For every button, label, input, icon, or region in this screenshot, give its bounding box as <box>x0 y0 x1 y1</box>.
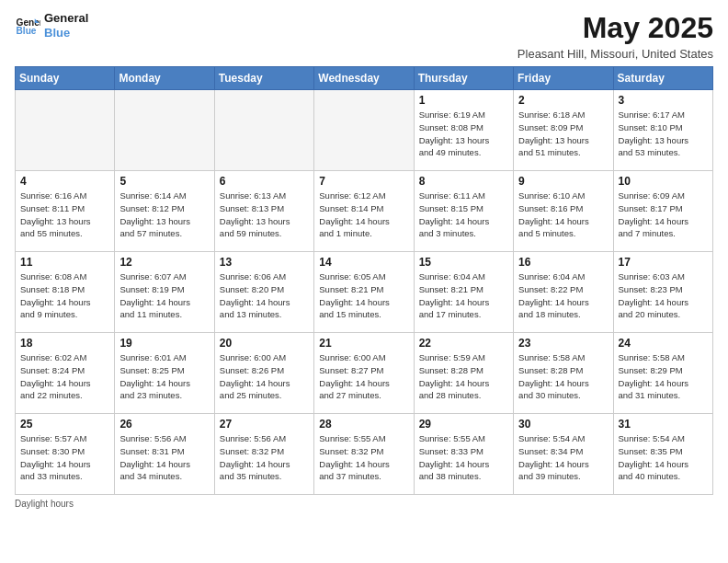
day-info: Sunrise: 6:16 AM Sunset: 8:11 PM Dayligh… <box>20 190 109 240</box>
svg-text:Blue: Blue <box>17 26 37 36</box>
day-number: 19 <box>119 337 209 350</box>
day-number: 4 <box>20 175 109 188</box>
title-block: May 2025 Pleasant Hill, Missouri, United… <box>518 11 713 61</box>
day-info: Sunrise: 6:01 AM Sunset: 8:25 PM Dayligh… <box>119 351 209 402</box>
calendar-cell: 18Sunrise: 6:02 AM Sunset: 8:24 PM Dayli… <box>16 333 115 414</box>
day-info: Sunrise: 6:04 AM Sunset: 8:22 PM Dayligh… <box>518 270 608 321</box>
day-number: 3 <box>619 94 708 107</box>
calendar-cell: 26Sunrise: 5:56 AM Sunset: 8:31 PM Dayli… <box>115 414 214 495</box>
day-number: 25 <box>20 418 109 431</box>
day-info: Sunrise: 5:57 AM Sunset: 8:30 PM Dayligh… <box>20 432 109 483</box>
calendar-cell: 29Sunrise: 5:55 AM Sunset: 8:33 PM Dayli… <box>414 414 513 495</box>
day-number: 10 <box>619 175 708 188</box>
calendar-cell: 25Sunrise: 5:57 AM Sunset: 8:30 PM Dayli… <box>16 414 115 495</box>
day-info: Sunrise: 6:11 AM Sunset: 8:15 PM Dayligh… <box>419 190 508 240</box>
col-wednesday: Wednesday <box>314 67 414 90</box>
calendar-cell: 1Sunrise: 6:19 AM Sunset: 8:08 PM Daylig… <box>414 90 513 171</box>
calendar-week-3: 11Sunrise: 6:08 AM Sunset: 8:18 PM Dayli… <box>16 252 713 333</box>
calendar-cell: 22Sunrise: 5:59 AM Sunset: 8:28 PM Dayli… <box>414 333 513 414</box>
calendar-header: Sunday Monday Tuesday Wednesday Thursday… <box>16 67 713 90</box>
day-info: Sunrise: 6:10 AM Sunset: 8:16 PM Dayligh… <box>518 190 608 240</box>
day-info: Sunrise: 6:06 AM Sunset: 8:20 PM Dayligh… <box>220 270 309 321</box>
calendar-cell <box>115 90 214 171</box>
day-number: 6 <box>220 175 309 188</box>
calendar-cell <box>16 90 115 171</box>
calendar-cell: 3Sunrise: 6:17 AM Sunset: 8:10 PM Daylig… <box>613 90 712 171</box>
day-info: Sunrise: 6:04 AM Sunset: 8:21 PM Dayligh… <box>419 270 508 321</box>
calendar-week-5: 25Sunrise: 5:57 AM Sunset: 8:30 PM Dayli… <box>16 414 713 495</box>
calendar-cell: 20Sunrise: 6:00 AM Sunset: 8:26 PM Dayli… <box>214 333 313 414</box>
day-info: Sunrise: 5:54 AM Sunset: 8:34 PM Dayligh… <box>518 432 608 483</box>
day-header-row: Sunday Monday Tuesday Wednesday Thursday… <box>16 67 713 90</box>
day-info: Sunrise: 6:12 AM Sunset: 8:14 PM Dayligh… <box>319 190 408 240</box>
day-number: 1 <box>419 94 508 107</box>
day-number: 30 <box>518 418 608 431</box>
calendar-cell <box>314 90 414 171</box>
calendar-cell: 13Sunrise: 6:06 AM Sunset: 8:20 PM Dayli… <box>214 252 313 333</box>
day-info: Sunrise: 6:00 AM Sunset: 8:26 PM Dayligh… <box>220 351 309 402</box>
day-number: 5 <box>119 175 209 188</box>
day-number: 26 <box>119 418 209 431</box>
calendar-cell: 24Sunrise: 5:58 AM Sunset: 8:29 PM Dayli… <box>613 333 712 414</box>
day-info: Sunrise: 5:56 AM Sunset: 8:32 PM Dayligh… <box>220 432 309 483</box>
day-info: Sunrise: 6:08 AM Sunset: 8:18 PM Dayligh… <box>20 270 109 321</box>
col-monday: Monday <box>115 67 214 90</box>
day-number: 2 <box>518 94 608 107</box>
day-number: 15 <box>419 256 508 269</box>
calendar-cell <box>214 90 313 171</box>
day-info: Sunrise: 6:14 AM Sunset: 8:12 PM Dayligh… <box>119 190 209 240</box>
day-info: Sunrise: 6:13 AM Sunset: 8:13 PM Dayligh… <box>220 190 309 240</box>
calendar-cell: 2Sunrise: 6:18 AM Sunset: 8:09 PM Daylig… <box>514 90 613 171</box>
day-info: Sunrise: 6:00 AM Sunset: 8:27 PM Dayligh… <box>319 351 408 402</box>
calendar-cell: 11Sunrise: 6:08 AM Sunset: 8:18 PM Dayli… <box>16 252 115 333</box>
day-number: 17 <box>619 256 708 269</box>
day-number: 12 <box>119 256 209 269</box>
calendar-cell: 14Sunrise: 6:05 AM Sunset: 8:21 PM Dayli… <box>314 252 414 333</box>
day-info: Sunrise: 5:58 AM Sunset: 8:28 PM Dayligh… <box>518 351 608 402</box>
col-friday: Friday <box>514 67 613 90</box>
calendar-cell: 30Sunrise: 5:54 AM Sunset: 8:34 PM Dayli… <box>514 414 613 495</box>
calendar-cell: 19Sunrise: 6:01 AM Sunset: 8:25 PM Dayli… <box>115 333 214 414</box>
calendar-cell: 9Sunrise: 6:10 AM Sunset: 8:16 PM Daylig… <box>514 171 613 252</box>
logo-icon: General Blue <box>15 13 40 39</box>
day-number: 8 <box>419 175 508 188</box>
day-info: Sunrise: 6:07 AM Sunset: 8:19 PM Dayligh… <box>119 270 209 321</box>
calendar-cell: 5Sunrise: 6:14 AM Sunset: 8:12 PM Daylig… <box>115 171 214 252</box>
day-number: 21 <box>319 337 408 350</box>
calendar-body: 1Sunrise: 6:19 AM Sunset: 8:08 PM Daylig… <box>16 90 713 495</box>
day-info: Sunrise: 5:58 AM Sunset: 8:29 PM Dayligh… <box>619 351 708 402</box>
day-info: Sunrise: 6:19 AM Sunset: 8:08 PM Dayligh… <box>419 109 508 159</box>
calendar-week-1: 1Sunrise: 6:19 AM Sunset: 8:08 PM Daylig… <box>16 90 713 171</box>
logo-line1: General <box>44 11 88 26</box>
col-sunday: Sunday <box>16 67 115 90</box>
calendar-cell: 15Sunrise: 6:04 AM Sunset: 8:21 PM Dayli… <box>414 252 513 333</box>
header: General Blue General Blue May 2025 Pleas… <box>0 0 728 66</box>
calendar-cell: 8Sunrise: 6:11 AM Sunset: 8:15 PM Daylig… <box>414 171 513 252</box>
footer-note: Daylight hours <box>0 495 728 512</box>
day-info: Sunrise: 6:09 AM Sunset: 8:17 PM Dayligh… <box>619 190 708 240</box>
calendar-cell: 10Sunrise: 6:09 AM Sunset: 8:17 PM Dayli… <box>613 171 712 252</box>
calendar-week-2: 4Sunrise: 6:16 AM Sunset: 8:11 PM Daylig… <box>16 171 713 252</box>
day-number: 29 <box>419 418 508 431</box>
calendar-cell: 21Sunrise: 6:00 AM Sunset: 8:27 PM Dayli… <box>314 333 414 414</box>
calendar-cell: 12Sunrise: 6:07 AM Sunset: 8:19 PM Dayli… <box>115 252 214 333</box>
day-number: 16 <box>518 256 608 269</box>
calendar-cell: 17Sunrise: 6:03 AM Sunset: 8:23 PM Dayli… <box>613 252 712 333</box>
day-info: Sunrise: 5:55 AM Sunset: 8:32 PM Dayligh… <box>319 432 408 483</box>
day-info: Sunrise: 5:56 AM Sunset: 8:31 PM Dayligh… <box>119 432 209 483</box>
day-number: 24 <box>619 337 708 350</box>
calendar-cell: 28Sunrise: 5:55 AM Sunset: 8:32 PM Dayli… <box>314 414 414 495</box>
calendar-table: Sunday Monday Tuesday Wednesday Thursday… <box>15 66 713 495</box>
day-info: Sunrise: 5:54 AM Sunset: 8:35 PM Dayligh… <box>619 432 708 483</box>
day-number: 22 <box>419 337 508 350</box>
day-number: 7 <box>319 175 408 188</box>
day-number: 13 <box>220 256 309 269</box>
day-number: 31 <box>619 418 708 431</box>
day-number: 20 <box>220 337 309 350</box>
day-number: 18 <box>20 337 109 350</box>
calendar-week-4: 18Sunrise: 6:02 AM Sunset: 8:24 PM Dayli… <box>16 333 713 414</box>
page-container: General Blue General Blue May 2025 Pleas… <box>0 0 728 512</box>
calendar-cell: 6Sunrise: 6:13 AM Sunset: 8:13 PM Daylig… <box>214 171 313 252</box>
day-info: Sunrise: 5:55 AM Sunset: 8:33 PM Dayligh… <box>419 432 508 483</box>
day-info: Sunrise: 6:03 AM Sunset: 8:23 PM Dayligh… <box>619 270 708 321</box>
